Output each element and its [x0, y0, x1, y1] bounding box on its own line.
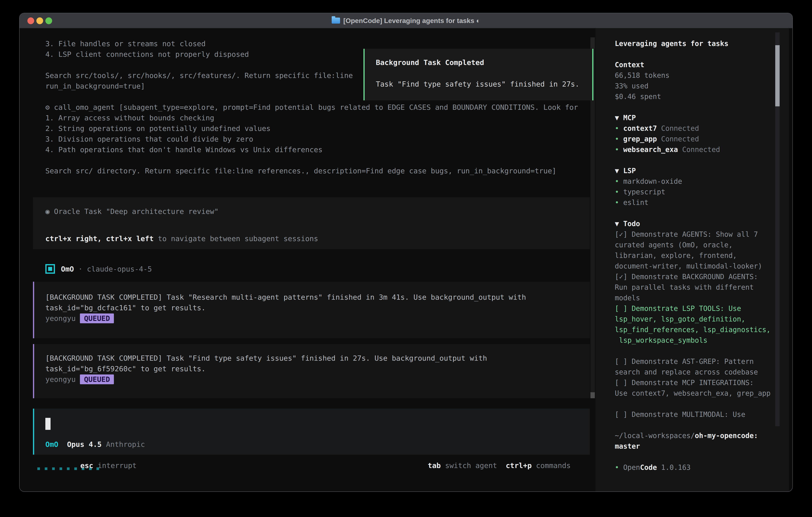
- terminal-line: 4. Path operations that don't handle Win…: [46, 144, 578, 155]
- statusbar-shortcut-hints: tab switch agent ctrl+p commands: [428, 460, 571, 471]
- terminal-line: $0.46 spent: [615, 91, 771, 102]
- oracle-task-hint: ctrl+x right, ctrl+x left to navigate be…: [46, 233, 318, 244]
- terminal-line: [615, 155, 771, 166]
- terminal-line: OmO Opus 4.5 Anthropic: [46, 439, 145, 450]
- terminal-line: task_id="bg_6f59260c" to get results.: [46, 363, 487, 374]
- terminal-line: Run parallel tasks with different: [615, 282, 771, 293]
- terminal-line: [ ] Demonstrate MCP INTEGRATIONS:: [615, 377, 771, 388]
- terminal-line: document-writer, multimodal-looker): [615, 261, 771, 272]
- terminal-line: [ ] Demonstrate LSP TOOLS: Use: [615, 303, 771, 314]
- terminal-line: OmO · claude-opus-4-5: [61, 264, 152, 274]
- traffic-lights: [27, 18, 52, 24]
- opencode-window: [OpenCode] Leveraging agents for tasks ◐…: [19, 13, 793, 492]
- terminal-line: [615, 452, 771, 462]
- terminal-line: lsp_workspace_symbols: [615, 335, 771, 346]
- toast-title: Background Task Completed: [376, 58, 484, 66]
- spinner-dot: [37, 467, 40, 470]
- agent-name-model: OmO · claude-opus-4-5: [61, 264, 152, 274]
- agent-square-icon: [46, 264, 55, 274]
- maximize-button[interactable]: [46, 18, 52, 24]
- sidebar-scrollbar-thumb[interactable]: [775, 45, 780, 106]
- terminal-line: search and replace across codebase: [615, 367, 771, 377]
- terminal-line: Context: [615, 60, 771, 70]
- terminal-line: task_id="bg_dcfac161" to get results.: [46, 302, 526, 313]
- terminal-line: [615, 399, 771, 409]
- minimize-button[interactable]: [36, 18, 43, 24]
- terminal-line: ▼ MCP: [615, 113, 771, 123]
- terminal-line: librarian, explore, frontend,: [615, 250, 771, 261]
- terminal-line: [615, 420, 771, 430]
- terminal-line: [615, 208, 771, 219]
- terminal-line: • OpenCode 1.0.163: [615, 462, 771, 473]
- oracle-task-title: ◉ Oracle Task "Deep architecture review": [46, 206, 219, 217]
- terminal-line: [ ] Demonstrate AST-GREP: Pattern: [615, 356, 771, 367]
- terminal-line: 1. Array access without bounds checking: [46, 113, 578, 123]
- queued-badge: QUEUED: [80, 375, 114, 384]
- input-agent-model-provider: OmO Opus 4.5 Anthropic: [46, 439, 145, 450]
- text-cursor: [46, 418, 51, 430]
- terminal-line: ⚙ call_omo_agent [subagent_type=explore,…: [46, 102, 578, 113]
- terminal-line: ◉ Oracle Task "Deep architecture review": [46, 206, 219, 217]
- terminal-line: • grep_app Connected: [615, 134, 771, 144]
- main-scrollbar-cap: [590, 37, 595, 48]
- terminal-line: • websearch_exa Connected: [615, 144, 771, 155]
- terminal-line: tab switch agent ctrl+p commands: [428, 460, 571, 471]
- terminal-line: curated agents (OmO, oracle,: [615, 240, 771, 250]
- terminal-line: [615, 49, 771, 60]
- task-box-lines: [BACKGROUND TASK COMPLETED] Task "Resear…: [46, 292, 526, 324]
- terminal-line: esc interrupt: [80, 460, 137, 471]
- spinner-dot: [60, 467, 62, 470]
- terminal-line: 3. File handles or streams not closed: [46, 38, 578, 49]
- terminal-line: master: [615, 441, 771, 452]
- sidebar-scrollbar[interactable]: [775, 32, 780, 426]
- statusbar-interrupt-hint: esc interrupt: [80, 460, 137, 471]
- spinner-dot: [67, 467, 69, 470]
- desktop: [OpenCode] Leveraging agents for tasks ◐…: [0, 0, 812, 517]
- terminal-line: ▼ Todo: [615, 219, 771, 229]
- terminal-line: Search src/ directory. Return specific f…: [46, 166, 578, 176]
- terminal-line: [ ] Demonstrate MULTIMODAL: Use: [615, 409, 771, 420]
- terminal-line: lsp_find_references, lsp_diagnostics,: [615, 324, 771, 335]
- terminal-line: Leveraging agents for tasks: [615, 38, 771, 49]
- task-box-lines: [BACKGROUND TASK COMPLETED] Task "Find t…: [46, 353, 487, 385]
- terminal-line: yeongyu QUEUED: [46, 313, 526, 324]
- terminal-line: [BACKGROUND TASK COMPLETED] Task "Resear…: [46, 292, 526, 302]
- terminal-line: ~/local-workspaces/oh-my-opencode:: [615, 430, 771, 441]
- terminal-line: lsp_hover, lsp_goto_definition,: [615, 314, 771, 324]
- background-task-message-2: [BACKGROUND TASK COMPLETED] Task "Find t…: [33, 344, 590, 398]
- terminal-line: [615, 346, 771, 356]
- spinner-dot: [74, 467, 77, 470]
- terminal-line: • context7 Connected: [615, 123, 771, 134]
- oracle-task-box: ◉ Oracle Task "Deep architecture review"…: [33, 197, 590, 249]
- terminal-line: [615, 102, 771, 113]
- queued-badge: QUEUED: [80, 314, 114, 323]
- sidebar-lines: Leveraging agents for tasks Context66,51…: [615, 38, 771, 473]
- window-title: [OpenCode] Leveraging agents for tasks ◐: [343, 17, 480, 25]
- terminal-line: ▼ LSP: [615, 166, 771, 176]
- terminal-line: • typescript: [615, 187, 771, 197]
- terminal-line: [BACKGROUND TASK COMPLETED] Task "Find t…: [46, 353, 487, 363]
- spinner-dot: [45, 467, 47, 470]
- title-wrap: [OpenCode] Leveraging agents for tasks ◐: [332, 17, 480, 25]
- terminal-line: 66,518 tokens: [615, 70, 771, 81]
- background-task-message-1: [BACKGROUND TASK COMPLETED] Task "Resear…: [33, 282, 590, 338]
- toast-body: Task "Find type safety issues" finished …: [376, 80, 579, 88]
- terminal-line: models: [615, 293, 771, 303]
- terminal-line: 33% used: [615, 81, 771, 91]
- folder-icon: [332, 18, 340, 24]
- terminal-line: ctrl+x right, ctrl+x left to navigate be…: [46, 233, 318, 244]
- terminal-main-pane: 3. File handles or streams not closed4. …: [20, 28, 596, 492]
- terminal-line: • eslint: [615, 197, 771, 208]
- close-button[interactable]: [27, 18, 34, 24]
- background-task-toast: Background Task Completed Task "Find typ…: [364, 49, 593, 100]
- main-scrollbar-thumb[interactable]: [590, 392, 595, 398]
- prompt-input[interactable]: OmO Opus 4.5 Anthropic: [33, 409, 590, 455]
- agent-header: OmO · claude-opus-4-5: [46, 264, 152, 274]
- terminal-line: [46, 155, 578, 166]
- terminal-line: • markdown-oxide: [615, 176, 771, 187]
- titlebar: [OpenCode] Leveraging agents for tasks ◐: [20, 13, 792, 28]
- terminal-line: Use context7, websearch_exa, grep_app: [615, 388, 771, 399]
- terminal-line: 2. String operations on potentially unde…: [46, 123, 578, 134]
- sidebar: Leveraging agents for tasks Context66,51…: [596, 28, 789, 492]
- terminal-line: [✓] Demonstrate BACKGROUND AGENTS:: [615, 272, 771, 282]
